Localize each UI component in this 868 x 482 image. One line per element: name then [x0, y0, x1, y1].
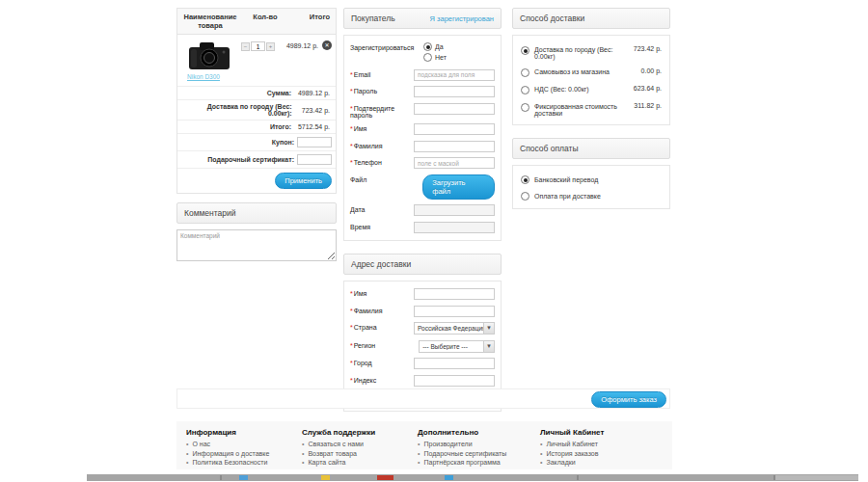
methods-column: Способ доставки Доставка по городу (Вес:…: [512, 8, 670, 209]
shipping-method-option[interactable]: Фиксированная стоимость доставки 311.82 …: [517, 98, 664, 120]
shipping-method-price: 0.00 р.: [629, 67, 662, 74]
cart-summary-column: Наименование товара Кол-во Итого Nikon D…: [176, 8, 337, 265]
taskbar-icon: [377, 475, 393, 480]
radio-icon[interactable]: [521, 192, 529, 201]
remove-item-icon[interactable]: ✕: [322, 40, 332, 50]
time-field[interactable]: [414, 222, 495, 233]
apply-row: Применить: [177, 169, 336, 193]
footer-link[interactable]: Информация о доставке: [186, 450, 302, 457]
cart-item-row: Nikon D300 − + 4989.12 р. ✕: [177, 35, 336, 87]
time-row: Время: [350, 222, 495, 233]
coupon-input[interactable]: [297, 137, 332, 147]
addr-lastname-row: *Фамилия: [350, 306, 495, 317]
phone-field[interactable]: [414, 157, 495, 169]
gift-certificate-input[interactable]: [297, 154, 332, 165]
cart-header-name: Наименование товара: [177, 9, 243, 34]
footer-link[interactable]: Связаться с нами: [302, 441, 418, 447]
shipping-address-panel-header: Адрес доставки: [343, 254, 502, 275]
footer-link[interactable]: О нас: [186, 441, 302, 447]
product-link[interactable]: Nikon D300: [187, 73, 220, 80]
required-mark: *: [350, 290, 353, 297]
country-label: Страна: [354, 324, 377, 331]
upload-file-button[interactable]: Загрузить файл: [422, 174, 495, 200]
confirm-password-field[interactable]: [414, 103, 495, 115]
country-select[interactable]: Российская Федерация ▼: [414, 322, 495, 335]
taskbar-icon: [321, 475, 330, 480]
firstname-row: *Имя: [350, 123, 495, 135]
qty-plus-button[interactable]: +: [266, 42, 275, 51]
quantity-stepper: − +: [241, 41, 275, 51]
payment-method-option[interactable]: Банковский перевод: [517, 172, 664, 188]
lastname-field[interactable]: [414, 141, 495, 152]
addr-firstname-row: *Имя: [350, 288, 495, 300]
payment-method-option[interactable]: Оплата при доставке: [517, 188, 664, 204]
password-field[interactable]: [414, 86, 495, 97]
customer-form: Зарегистрироваться Да Нет *Email *Пароль…: [343, 35, 502, 241]
email-field[interactable]: [414, 69, 495, 81]
zip-row: *Индекс: [350, 375, 495, 387]
cart-table: Наименование товара Кол-во Итого Nikon D…: [176, 8, 337, 194]
footer-link[interactable]: История заказов: [540, 450, 656, 457]
date-field[interactable]: [414, 204, 495, 216]
addr-lastname-label: Фамилия: [354, 308, 383, 314]
checkout-button[interactable]: Оформить заказ: [591, 391, 666, 408]
footer-link[interactable]: Политика Безопасности: [186, 459, 302, 466]
radio-icon[interactable]: [521, 175, 529, 184]
required-mark: *: [350, 143, 353, 149]
footer-col-title: Информация: [186, 428, 302, 437]
radio-icon[interactable]: [521, 46, 529, 55]
required-mark: *: [350, 360, 353, 366]
region-row: *Регион --- Выберите --- ▼: [350, 340, 495, 353]
radio-icon[interactable]: [521, 86, 529, 94]
shipping-method-option[interactable]: Самовывоз из магазина 0.00 р.: [517, 64, 664, 81]
footer-link[interactable]: Личный Кабинет: [540, 441, 656, 447]
file-row: Файл Загрузить файл: [350, 174, 495, 200]
coupon-label: Купон:: [272, 139, 294, 146]
zip-label: Индекс: [354, 377, 377, 384]
shipping-method-option[interactable]: Доставка по городу (Вес: 0.00кг) 723.42 …: [517, 41, 664, 64]
gift-certificate-label: Подарочный сертификат:: [207, 156, 294, 163]
qty-input[interactable]: [251, 41, 265, 51]
checkout-bar: Оформить заказ: [176, 388, 670, 409]
city-field[interactable]: [414, 358, 495, 369]
registered-login-link[interactable]: Я зарегистрирован: [430, 14, 494, 23]
firstname-field[interactable]: [414, 123, 495, 135]
register-no-option[interactable]: Нет: [423, 53, 447, 62]
region-select[interactable]: --- Выберите --- ▼: [419, 340, 495, 353]
product-image: [185, 40, 233, 72]
phone-label: Телефон: [354, 159, 382, 166]
zip-field[interactable]: [414, 375, 495, 387]
payment-method-panel-header: Способ оплаты: [512, 138, 670, 159]
required-mark: *: [350, 125, 353, 132]
apply-button[interactable]: Применить: [275, 173, 332, 189]
city-row: *Город: [350, 358, 495, 369]
region-selected-value: --- Выберите ---: [420, 343, 483, 350]
radio-no-icon[interactable]: [423, 53, 432, 62]
shipping-method-label: Самовывоз из магазина: [534, 67, 629, 75]
taskbar-strip: [87, 474, 858, 481]
shipping-method-label: Доставка по городу (Вес: 0.00кг): [534, 45, 629, 60]
total-label: Сумма:: [267, 90, 291, 96]
qty-minus-button[interactable]: −: [241, 42, 250, 51]
footer-link[interactable]: Партнёрская программа: [418, 459, 540, 466]
radio-icon[interactable]: [521, 68, 529, 77]
comment-textarea[interactable]: [176, 229, 337, 261]
register-yes-option[interactable]: Да: [423, 42, 447, 51]
addr-lastname-field[interactable]: [414, 306, 495, 317]
footer-link[interactable]: Возврат товара: [302, 450, 418, 457]
footer-col-title: Дополнительно: [418, 428, 540, 437]
register-label: Зарегистрироваться: [350, 42, 423, 64]
footer-link[interactable]: Производители: [418, 441, 540, 447]
radio-yes-icon[interactable]: [423, 42, 432, 51]
total-label: Итого:: [270, 123, 291, 130]
footer-link[interactable]: Закладки: [540, 459, 656, 466]
required-mark: *: [350, 159, 353, 166]
shipping-method-option[interactable]: НДС (Вес: 0.00кг) 623.64 р.: [517, 81, 664, 98]
footer-link[interactable]: Подарочные сертификаты: [418, 450, 540, 457]
required-mark: *: [350, 377, 353, 384]
taskbar-icon: [239, 475, 248, 480]
radio-icon[interactable]: [521, 103, 529, 112]
footer-link[interactable]: Карта сайта: [302, 459, 418, 466]
customer-panel-header: Покупатель Я зарегистрирован: [343, 8, 502, 29]
addr-firstname-field[interactable]: [414, 288, 495, 300]
